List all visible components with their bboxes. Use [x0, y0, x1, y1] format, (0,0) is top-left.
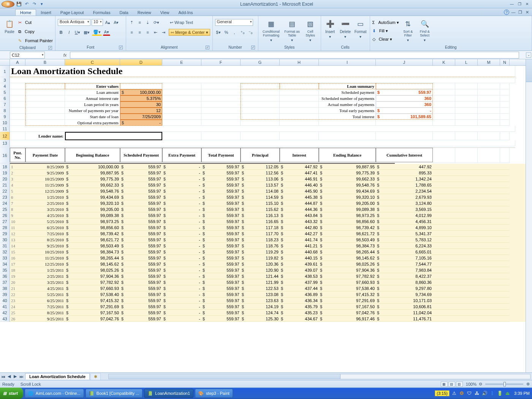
cum-int[interactable]: $1,788.65 — [376, 182, 433, 188]
qat-undo-icon[interactable]: ↶ — [24, 1, 30, 7]
row-hdr-34[interactable]: 34 — [0, 261, 10, 267]
cell[interactable] — [455, 114, 478, 120]
extra-pmt[interactable]: $- — [162, 182, 201, 188]
sched-pmt[interactable]: $559.97 — [120, 194, 162, 200]
sched-pmt[interactable]: $559.97 — [120, 304, 162, 310]
total-pmt[interactable]: $559.97 — [201, 279, 241, 285]
cell[interactable] — [500, 101, 510, 108]
cell[interactable] — [500, 108, 510, 114]
total-pmt[interactable]: $559.97 — [201, 243, 241, 249]
pmt-date[interactable]: 2/25/2011 — [25, 273, 65, 279]
cell[interactable] — [478, 310, 500, 316]
merge-center-button[interactable]: ⇿ Merge & Center ▾ — [169, 29, 210, 36]
end-bal[interactable]: $98,856.60 — [319, 218, 376, 225]
align-bottom-icon[interactable]: ⇣ — [144, 19, 151, 26]
row-hdr-35[interactable]: 35 — [0, 267, 10, 273]
end-bal[interactable]: $97,538.40 — [319, 285, 376, 291]
cell[interactable] — [201, 83, 241, 89]
sched-pmt[interactable]: $559.97 — [120, 231, 162, 237]
interest[interactable]: $436.89 — [280, 291, 319, 298]
end-bal[interactable]: $98,739.42 — [319, 225, 376, 231]
extra-pmt[interactable]: $- — [162, 176, 201, 182]
end-bal[interactable]: $98,503.49 — [319, 237, 376, 243]
cell[interactable] — [500, 114, 510, 120]
cell[interactable] — [433, 267, 455, 273]
pmt-no[interactable]: 17 — [10, 261, 25, 267]
copy-button[interactable]: Copy — [25, 29, 35, 34]
cell[interactable] — [241, 108, 280, 114]
cell[interactable] — [162, 108, 201, 114]
principal[interactable]: $123.08 — [241, 291, 280, 298]
pmt-date[interactable]: 6/25/2011 — [25, 298, 65, 304]
cell[interactable] — [500, 304, 510, 310]
pmt-no[interactable]: 22 — [10, 291, 25, 298]
cell[interactable] — [500, 120, 510, 126]
cell[interactable] — [455, 101, 478, 108]
row-hdr-18[interactable]: 18 — [0, 164, 10, 170]
align-top-icon[interactable]: ⇡ — [128, 19, 135, 26]
inc-decimal-icon[interactable]: ⁺₀ — [239, 29, 246, 36]
row-hdr-13[interactable]: 13 — [0, 140, 10, 146]
cell[interactable] — [478, 182, 500, 188]
interest[interactable]: $434.67 — [280, 316, 319, 322]
row-hdr-36[interactable]: 36 — [0, 273, 10, 279]
cell[interactable] — [500, 310, 510, 316]
extra-pmt[interactable]: $- — [162, 212, 201, 218]
cell[interactable] — [201, 89, 241, 95]
beg-bal[interactable]: $98,145.62 — [65, 261, 120, 267]
cell[interactable] — [455, 188, 478, 194]
interest[interactable]: $443.32 — [280, 218, 319, 225]
cell[interactable] — [500, 231, 510, 237]
cell[interactable] — [25, 120, 65, 126]
grow-font-icon[interactable]: A▴ — [104, 19, 111, 26]
underline-button[interactable]: U▾ — [74, 29, 81, 36]
beg-bal[interactable]: $99,089.38 — [65, 212, 120, 218]
pmt-date[interactable]: 5/25/2011 — [25, 291, 65, 298]
cell[interactable] — [455, 225, 478, 231]
cell[interactable] — [478, 225, 500, 231]
cell[interactable] — [500, 225, 510, 231]
sched-pmt[interactable]: $559.97 — [120, 164, 162, 170]
total-pmt[interactable]: $559.97 — [201, 267, 241, 273]
pmt-no[interactable]: 15 — [10, 249, 25, 255]
align-center-icon[interactable]: ≡ — [136, 29, 143, 36]
cell[interactable] — [25, 95, 65, 101]
sheet-tab-active[interactable]: Loan Amortization Schedule — [25, 373, 90, 380]
cell[interactable] — [500, 255, 510, 261]
pmt-no[interactable]: 25 — [10, 310, 25, 316]
cell[interactable] — [478, 83, 500, 89]
cell[interactable] — [10, 126, 515, 132]
row-hdr-32[interactable]: 32 — [0, 249, 10, 255]
principal[interactable]: $123.63 — [241, 298, 280, 304]
principal[interactable]: $125.30 — [241, 316, 280, 322]
tab-formulas[interactable]: Formulas — [89, 10, 115, 16]
cell[interactable] — [478, 218, 500, 225]
pmt-no[interactable]: 23 — [10, 298, 25, 304]
cell[interactable] — [10, 83, 25, 89]
cum-int[interactable]: $2,234.54 — [376, 188, 433, 194]
taskbar-item-paint[interactable]: 🎨step3 - Paint — [195, 389, 233, 398]
extra-pmt[interactable]: $- — [162, 231, 201, 237]
pmt-date[interactable]: 12/25/2010 — [25, 261, 65, 267]
cell[interactable] — [433, 194, 455, 200]
pmt-date[interactable]: 5/25/2010 — [25, 218, 65, 225]
pmt-no[interactable]: 3 — [10, 176, 25, 182]
cell[interactable] — [455, 164, 478, 170]
cell[interactable] — [478, 120, 500, 126]
total-pmt[interactable]: $559.97 — [201, 206, 241, 212]
align-left-icon[interactable]: ≡ — [128, 29, 135, 36]
comma-icon[interactable]: , — [231, 29, 238, 36]
end-bal[interactable]: $98,145.62 — [319, 255, 376, 261]
cell[interactable] — [500, 218, 510, 225]
cum-int[interactable]: $9,297.80 — [376, 285, 433, 291]
pmt-no[interactable]: 14 — [10, 243, 25, 249]
row-hdr-9[interactable]: 9 — [0, 114, 10, 120]
cum-int[interactable]: $895.33 — [376, 170, 433, 176]
row-hdr-21[interactable]: 21 — [0, 182, 10, 188]
principal[interactable]: $116.65 — [241, 218, 280, 225]
cell[interactable] — [241, 101, 280, 108]
cell[interactable] — [455, 89, 478, 95]
total-pmt[interactable]: $559.97 — [201, 200, 241, 206]
tab-home[interactable]: Home — [15, 9, 36, 16]
orientation-icon[interactable]: ⟳▾ — [152, 19, 160, 26]
